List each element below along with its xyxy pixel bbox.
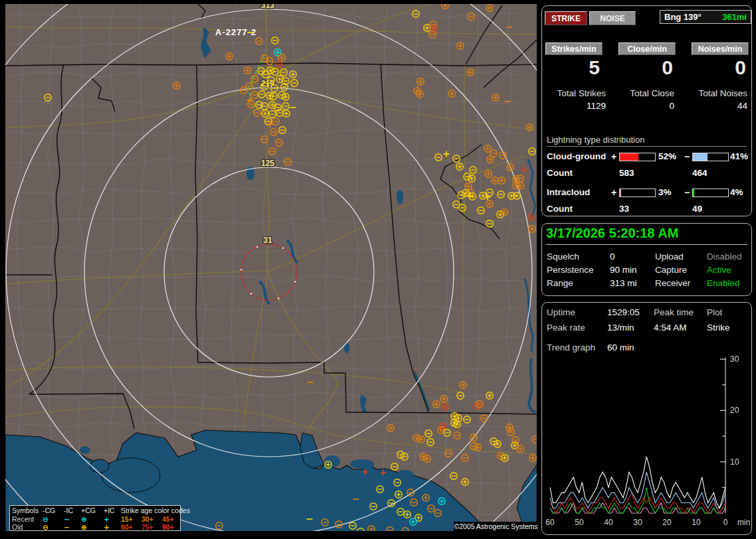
count-label: Count <box>547 204 573 214</box>
legend-row: Recent⊖−⊕+15+30+45+ <box>12 515 178 524</box>
legend-header: Symbols-CG-IC+CG+ICStrike age color code… <box>12 506 178 515</box>
ic-minus-bar <box>692 189 729 197</box>
app-window: 31125219313A-2277-2 Symbols-CG-IC+CG+ICS… <box>0 0 756 539</box>
ic-plus-pct: 3% <box>658 187 672 197</box>
legend-symbol: − <box>64 515 81 524</box>
total-close-label: Total Close <box>608 88 674 98</box>
uptime-label: Uptime <box>547 307 575 317</box>
peak-rate-label: Peak rate <box>547 323 585 333</box>
clock-settings-panel: 3/17/2026 5:20:18 AM Squelch 0 Upload Di… <box>541 223 752 296</box>
ring-label-31: 31 <box>263 236 272 245</box>
cloud-ground-label: Cloud-ground <box>547 151 606 161</box>
legend-symbol: ⊖ <box>43 523 64 532</box>
plot-label: Plot <box>707 307 722 317</box>
capture-status: Active <box>707 265 731 275</box>
persistence-label: Persistence <box>547 265 594 275</box>
trend-panel: Uptime 1529:05 Peak time Plot Peak rate … <box>541 302 752 535</box>
ic-plus-count: 33 <box>619 204 629 214</box>
svg-text:10: 10 <box>730 457 739 467</box>
trend-chart: 1020306050403020100min <box>544 355 750 533</box>
receiver-label: Receiver <box>655 278 690 288</box>
ic-plus-bar <box>619 189 656 197</box>
capture-label: Capture <box>655 265 687 275</box>
cg-minus-bar <box>692 153 729 161</box>
plus-sign: + <box>611 151 616 162</box>
total-strikes-value: 1129 <box>542 101 606 111</box>
legend-symbol: − <box>64 523 81 532</box>
peak-time-label: Peak time <box>654 307 694 317</box>
plot-mode-value: Strike <box>707 323 730 333</box>
copyright-label: ©2005 Astrogenic Systems <box>454 522 538 532</box>
intracloud-label: Intracloud <box>547 187 590 197</box>
total-close-value: 0 <box>608 101 674 111</box>
uptime-value: 1529:05 <box>607 307 640 317</box>
bearing-label: Bng 139° <box>664 12 702 22</box>
cg-minus-count: 464 <box>692 168 708 178</box>
cg-minus-pct: 41% <box>730 151 748 161</box>
svg-text:40: 40 <box>604 518 613 527</box>
datetime-display: 3/17/2026 5:20:18 AM <box>546 226 747 245</box>
plus-sign: + <box>611 187 616 198</box>
cg-plus-pct: 52% <box>658 151 676 161</box>
svg-text:30: 30 <box>633 518 642 527</box>
svg-text:60: 60 <box>545 518 555 527</box>
peak-time-value: 4:54 AM <box>654 323 687 333</box>
counters-panel: STRIKE NOISE Bng 139° 361mi Strikes/min … <box>541 5 752 216</box>
upload-status: Disabled <box>707 252 742 262</box>
cg-plus-bar <box>619 153 656 161</box>
total-noises-value: 44 <box>681 101 747 111</box>
strikes-per-min-button[interactable]: Strikes/min <box>545 42 603 55</box>
noise-mode-button[interactable]: NOISE <box>589 11 636 25</box>
svg-text:20: 20 <box>662 518 672 527</box>
ic-minus-pct: 4% <box>730 187 743 197</box>
noises-per-min-value: 0 <box>692 56 746 79</box>
legend-symbol: + <box>104 515 121 524</box>
range-label: Range <box>547 278 573 288</box>
noises-per-min-button[interactable]: Noises/min <box>692 42 749 55</box>
trend-graph-window: 60 min <box>607 343 634 352</box>
legend-symbol: ⊕ <box>81 523 104 532</box>
minus-sign: − <box>684 187 690 198</box>
svg-text:min: min <box>737 518 750 527</box>
legend-symbol: ⊖ <box>43 515 64 524</box>
ic-minus-count: 49 <box>692 204 702 214</box>
legend-symbol: ⊕ <box>81 515 104 524</box>
receiver-status: Enabled <box>707 278 740 288</box>
minus-sign: − <box>684 151 690 162</box>
close-per-min-value: 0 <box>618 56 673 79</box>
bearing-display: Bng 139° 361mi <box>660 10 751 24</box>
distribution-heading: Lightning type distribution <box>547 135 747 147</box>
bearing-distance: 361mi <box>722 12 747 22</box>
ring-label-125: 125 <box>261 159 274 168</box>
squelch-label: Squelch <box>547 252 579 262</box>
close-per-min-button[interactable]: Close/min <box>618 42 676 55</box>
count-label: Count <box>547 168 573 178</box>
svg-text:20: 20 <box>730 406 739 415</box>
svg-text:0: 0 <box>723 518 728 527</box>
strike-map-canvas[interactable]: 31125219313A-2277-2 <box>0 0 539 539</box>
strikes-per-min-value: 5 <box>545 56 600 79</box>
legend-row: Old⊖−⊕+60+75+90+ <box>12 523 178 532</box>
squelch-value: 0 <box>610 252 615 262</box>
range-value: 313 mi <box>610 278 637 288</box>
total-noises-label: Total Noises <box>681 88 747 98</box>
upload-label: Upload <box>655 252 684 262</box>
total-strikes-label: Total Strikes <box>542 88 606 98</box>
cg-plus-count: 583 <box>619 168 634 178</box>
svg-text:50: 50 <box>575 518 584 527</box>
svg-text:10: 10 <box>692 518 701 527</box>
persistence-value: 90 min <box>610 265 637 275</box>
trend-graph-label: Trend graph <box>547 343 595 352</box>
map-legend: Symbols-CG-IC+CG+ICStrike age color code… <box>9 505 181 531</box>
strike-mode-button[interactable]: STRIKE <box>545 11 587 25</box>
peak-rate-value: 13/min <box>607 323 634 333</box>
svg-text:30: 30 <box>730 355 739 364</box>
strike-map[interactable]: 31125219313A-2277-2 Symbols-CG-IC+CG+ICS… <box>0 0 539 539</box>
legend-symbol: + <box>104 523 121 532</box>
